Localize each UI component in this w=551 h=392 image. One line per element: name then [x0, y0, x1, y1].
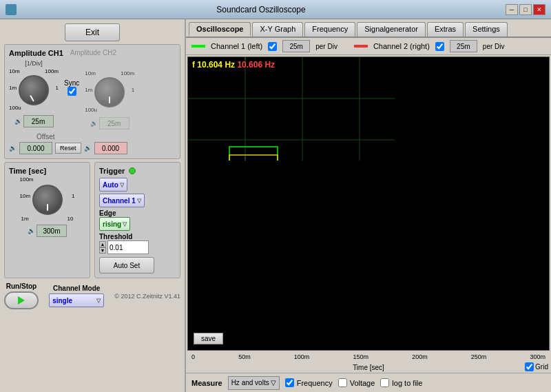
amplitude-ch2-label: Amplitude CH2 — [70, 49, 116, 57]
autoset-button[interactable]: Auto Set — [99, 257, 154, 274]
ch1-per-div-label: per Div — [315, 43, 337, 50]
amplitude-section: Amplitude CH1 Amplitude CH2 [1/Div] 10m … — [4, 44, 180, 159]
x-tick-1: 50m — [238, 353, 251, 360]
trigger-section: Trigger Auto ▽ Channel 1 ▽ Edge r — [94, 162, 180, 278]
tab-oscilloscope[interactable]: Oscilloscope — [189, 22, 251, 37]
ch1-scale-tr: 100m — [45, 68, 59, 74]
exit-button[interactable]: Exit — [65, 23, 120, 41]
time-scale-ml: 10m — [20, 193, 31, 199]
copyright-label: © 2012 C.Zeitnitz V1.41 — [114, 293, 180, 300]
channel-bar: Channel 1 (left) per Div Channel 2 (righ… — [186, 38, 551, 55]
main-container: Exit Amplitude CH1 Amplitude CH2 [1/Div]… — [0, 19, 551, 392]
trigger-led — [129, 167, 136, 174]
time-scale-tl: 100m — [20, 176, 34, 183]
threshold-input[interactable] — [107, 240, 149, 254]
scope-display: f 10.604 Hz 10.606 Hz save — [187, 56, 550, 351]
right-panel: Oscilloscope X-Y Graph Frequency Signalg… — [186, 19, 551, 392]
save-button[interactable]: save — [194, 333, 223, 344]
ch2-channel-label: Channel 2 (right) — [373, 42, 430, 50]
x-tick-2: 100m — [294, 353, 310, 360]
time-scale-br: 10 — [67, 216, 74, 222]
close-button[interactable]: ✕ — [533, 4, 545, 15]
ch1-amplitude-knob[interactable] — [19, 75, 49, 105]
time-section: Time [sec] 100m 1 10m 1m 10 🔊 — [4, 162, 90, 278]
play-icon — [18, 296, 25, 305]
grid-label: Grid — [535, 363, 548, 371]
measure-dropdown[interactable]: Hz and volts ▽ — [228, 376, 280, 390]
ch2-offset-input[interactable] — [94, 142, 127, 154]
ch2-per-div-input[interactable] — [99, 117, 129, 130]
x-tick-0: 0 — [191, 353, 195, 360]
trigger-label: Trigger — [99, 167, 125, 175]
edge-dropdown[interactable]: rising ▽ — [99, 217, 130, 231]
tab-signalgenerator[interactable]: Signalgenerator — [357, 22, 426, 37]
ch1-scale-ml: 1m — [9, 85, 17, 91]
trigger-ch-arrow: ▽ — [137, 198, 141, 204]
ch1-channel-label: Channel 1 (left) — [211, 42, 262, 50]
x-tick-4: 200m — [412, 353, 428, 360]
ch2-visible-checkbox[interactable] — [435, 42, 444, 51]
voltage-label: Voltage — [350, 379, 375, 387]
measure-arrow: ▽ — [271, 379, 276, 386]
ch2-per-div-display[interactable] — [450, 40, 477, 52]
ch2-color-indicator — [354, 45, 368, 48]
sync-checkbox[interactable] — [67, 87, 76, 96]
threshold-up-arrow[interactable]: ▲ — [99, 241, 106, 247]
reset-button[interactable]: Reset — [55, 143, 81, 154]
ch1-per-div-input[interactable]: 25m — [23, 115, 54, 127]
grid-checkbox[interactable] — [525, 362, 534, 371]
freq1-value: 10.604 — [197, 60, 222, 70]
scope-grid — [188, 57, 395, 161]
run-stop-label: Run/Stop — [6, 282, 37, 290]
time-value-input[interactable] — [37, 225, 67, 237]
tab-settings[interactable]: Settings — [465, 22, 508, 37]
ch1-visible-checkbox[interactable] — [268, 42, 277, 51]
ch2-scale-ml: 1m — [85, 87, 92, 93]
ch1-scale-mr: 1 — [56, 85, 59, 91]
x-tick-5: 250m — [471, 353, 487, 360]
ch1-scale-bl: 100u — [9, 105, 21, 111]
ch2-scale-tl: 10m — [85, 70, 96, 76]
maximize-button[interactable]: □ — [519, 4, 532, 15]
measure-label: Measure — [191, 379, 222, 387]
bottom-bar: Measure Hz and volts ▽ Frequency Voltage… — [186, 373, 551, 392]
run-stop-button[interactable] — [4, 291, 39, 309]
edge-arrow: ▽ — [123, 221, 127, 227]
channel-mode-dropdown[interactable]: single ▽ — [49, 293, 104, 307]
x-tick-3: 150m — [353, 353, 368, 360]
ch1-per-div-display[interactable] — [282, 40, 310, 52]
ch2-per-div-label: per Div — [483, 43, 505, 50]
ch2-amplitude-knob[interactable] — [94, 77, 125, 107]
time-trigger-row: Time [sec] 100m 1 10m 1m 10 🔊 — [4, 162, 180, 278]
trigger-mode-arrow: ▽ — [120, 182, 124, 188]
time-knob[interactable] — [32, 185, 63, 215]
trigger-channel-dropdown[interactable]: Channel 1 ▽ — [99, 194, 145, 207]
ch1-scale-tl: 10m — [9, 68, 20, 74]
frequency-checkbox[interactable] — [285, 378, 294, 387]
tab-bar: Oscilloscope X-Y Graph Frequency Signalg… — [186, 19, 551, 38]
time-scale-mr: 1 — [72, 193, 74, 199]
threshold-label: Threshold — [99, 233, 176, 240]
ch1-color-indicator — [191, 45, 205, 48]
freq-display: f 10.604 Hz 10.606 Hz — [192, 60, 275, 70]
time-scale-bl: 1m — [21, 216, 29, 222]
tab-frequency[interactable]: Frequency — [304, 22, 355, 37]
title-bar: Soundcard Oszilloscope ─ □ ✕ — [0, 0, 551, 19]
edge-label: Edge — [99, 209, 176, 217]
log-to-file-checkbox[interactable] — [380, 378, 389, 387]
threshold-down-arrow[interactable]: ▼ — [99, 247, 106, 254]
tab-xy-graph[interactable]: X-Y Graph — [252, 22, 303, 37]
x-axis: 0 50m 100m 150m 200m 250m 300m Time [sec… — [186, 352, 551, 373]
log-to-file-label: log to file — [392, 379, 422, 387]
amplitude-ch1-label: Amplitude CH1 — [9, 49, 63, 57]
tab-extras[interactable]: Extras — [427, 22, 464, 37]
trigger-mode-dropdown[interactable]: Auto ▽ — [99, 178, 127, 192]
x-ticks: 0 50m 100m 150m 200m 250m 300m — [191, 353, 545, 360]
div-label: [1/Div] — [25, 60, 43, 67]
voltage-checkbox[interactable] — [338, 378, 347, 387]
ch1-offset-input[interactable] — [19, 142, 52, 154]
minimize-button[interactable]: ─ — [506, 4, 518, 15]
channel-mode-label: Channel Mode — [53, 285, 100, 292]
ch2-waveform — [188, 155, 395, 161]
ch2-scale-mr: 1 — [132, 87, 134, 93]
